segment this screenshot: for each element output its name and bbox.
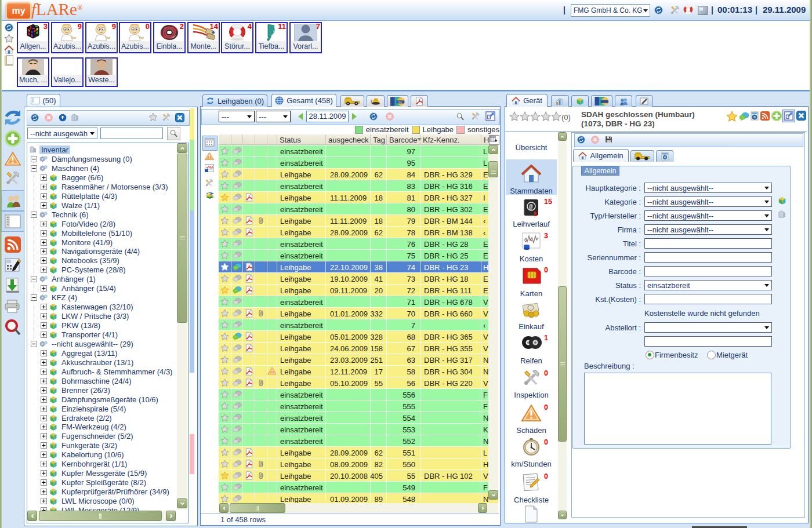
svg-text:@: @ [529,203,533,210]
svg-text:TST: TST [397,100,403,103]
